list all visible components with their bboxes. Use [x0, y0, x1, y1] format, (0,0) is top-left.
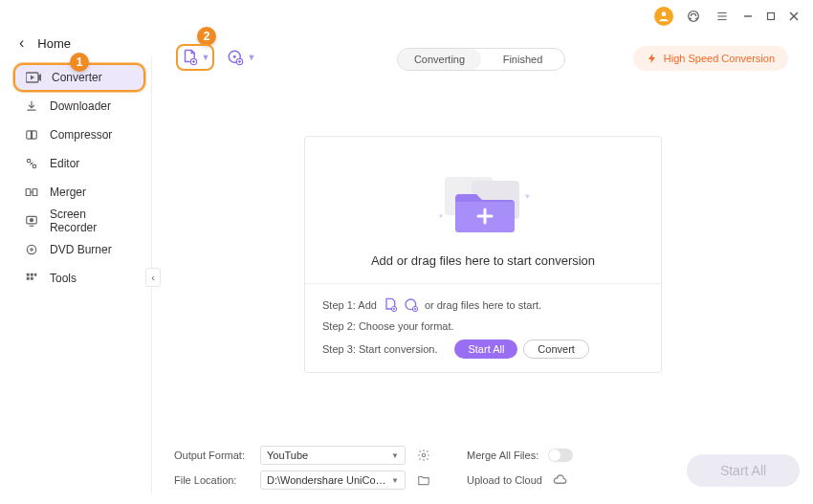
high-speed-label: High Speed Conversion [664, 53, 775, 64]
toolbar: ▼ ▼ [176, 44, 260, 71]
svg-point-19 [31, 249, 33, 251]
add-file-icon [383, 297, 398, 313]
tools-icon [23, 270, 40, 287]
sidebar-item-label: Converter [52, 71, 102, 84]
maximize-button[interactable] [765, 11, 777, 22]
step-badge-2: 2 [197, 27, 216, 46]
caret-down-icon: ▼ [248, 53, 256, 62]
caret-down-icon: ▼ [391, 476, 399, 485]
status-segment: Converting Finished [397, 48, 565, 71]
sidebar-item-label: Downloader [50, 99, 111, 113]
screen-recorder-icon [23, 212, 40, 230]
svg-point-1 [689, 11, 699, 22]
step-2: Step 2: Choose your format. [322, 320, 644, 332]
converter-icon [25, 69, 42, 86]
sidebar-item-dvd-burner[interactable]: DVD Burner [13, 235, 145, 264]
svg-rect-24 [31, 277, 33, 280]
folder-illustration [426, 167, 540, 248]
convert-pill[interactable]: Convert [523, 340, 589, 359]
add-file-icon [181, 49, 198, 66]
compressor-icon [23, 126, 40, 143]
sidebar-item-downloader[interactable]: Downloader [13, 92, 145, 121]
svg-rect-20 [27, 274, 30, 276]
window-titlebar [654, 0, 813, 33]
sidebar-item-editor[interactable]: Editor [13, 149, 145, 178]
cloud-icon[interactable] [552, 471, 569, 489]
sidebar-item-screen-recorder[interactable]: Screen Recorder [13, 207, 145, 235]
back-chevron-icon: ‹ [19, 34, 24, 52]
merger-icon [23, 184, 40, 201]
sidebar-item-label: Merger [50, 186, 86, 199]
close-button[interactable] [788, 11, 800, 22]
caret-down-icon: ▼ [391, 451, 399, 460]
file-location-label: File Location: [174, 474, 251, 486]
merge-toggle[interactable] [548, 449, 573, 462]
output-format-label: Output Format: [174, 449, 251, 461]
add-file-button[interactable]: ▼ [176, 44, 214, 71]
sidebar-item-label: Editor [50, 157, 79, 170]
output-format-select[interactable]: YouTube ▼ [260, 446, 406, 465]
output-format-value: YouTube [267, 449, 308, 461]
sidebar-item-label: Screen Recorder [50, 208, 136, 234]
dropzone-headline: Add or drag files here to start conversi… [305, 253, 661, 268]
sidebar-item-label: Compressor [50, 128, 112, 142]
step-1: Step 1: Add or drag files here to start. [322, 297, 644, 313]
start-all-button[interactable]: Start All [687, 454, 800, 487]
footer: Output Format: YouTube ▼ Merge All Files… [174, 443, 800, 493]
svg-rect-21 [31, 274, 33, 276]
sidebar-item-label: Tools [50, 272, 77, 285]
sidebar: Converter Downloader Compressor Editor M… [13, 63, 145, 293]
svg-rect-6 [768, 13, 775, 20]
dropzone[interactable]: Add or drag files here to start conversi… [304, 136, 662, 373]
svg-rect-15 [33, 189, 37, 196]
svg-point-18 [27, 245, 35, 253]
file-location-select[interactable]: D:\Wondershare UniConverter 1 ▼ [260, 471, 406, 490]
segment-converting[interactable]: Converting [398, 49, 481, 70]
open-folder-icon[interactable] [415, 471, 432, 489]
svg-point-34 [422, 453, 426, 457]
svg-rect-22 [34, 274, 36, 276]
svg-point-17 [30, 219, 33, 222]
upload-cloud-label: Upload to Cloud [467, 474, 542, 486]
svg-point-27 [232, 55, 235, 58]
sidebar-item-label: DVD Burner [50, 243, 112, 256]
dropzone-steps: Step 1: Add or drag files here to start.… [305, 283, 661, 372]
file-location-value: D:\Wondershare UniConverter 1 [267, 474, 391, 486]
add-dvd-button[interactable]: ▼ [222, 44, 260, 71]
sidebar-item-compressor[interactable]: Compressor [13, 121, 145, 149]
start-all-pill[interactable]: Start All [454, 340, 517, 359]
step1-prefix: Step 1: Add [322, 299, 377, 311]
svg-rect-23 [27, 277, 30, 280]
high-speed-conversion-button[interactable]: High Speed Conversion [633, 46, 788, 71]
output-settings-icon[interactable] [415, 447, 432, 464]
lightning-icon [647, 53, 658, 64]
add-dvd-icon [227, 49, 244, 66]
svg-point-0 [662, 11, 667, 16]
menu-icon[interactable] [714, 8, 731, 25]
step1-suffix: or drag files here to start. [425, 299, 541, 311]
sidebar-collapse-button[interactable]: ‹ [145, 268, 161, 287]
svg-rect-14 [26, 189, 31, 196]
dvd-icon [23, 241, 40, 258]
breadcrumb[interactable]: ‹ Home [19, 34, 71, 52]
step3-text: Step 3: Start conversion. [322, 343, 437, 355]
sidebar-item-tools[interactable]: Tools [13, 264, 145, 293]
support-icon[interactable] [685, 8, 702, 25]
user-avatar[interactable] [654, 7, 673, 26]
sidebar-item-merger[interactable]: Merger [13, 178, 145, 207]
merge-label: Merge All Files: [467, 449, 538, 461]
home-label: Home [37, 36, 71, 51]
caret-down-icon: ▼ [202, 53, 210, 62]
svg-marker-10 [31, 76, 34, 80]
add-dvd-icon [404, 297, 419, 313]
segment-finished[interactable]: Finished [481, 49, 564, 70]
minimize-button[interactable] [742, 11, 754, 22]
step-3: Step 3: Start conversion. Start All Conv… [322, 340, 644, 359]
download-icon [23, 98, 40, 115]
step-badge-1: 1 [70, 53, 89, 72]
editor-icon [23, 155, 40, 172]
